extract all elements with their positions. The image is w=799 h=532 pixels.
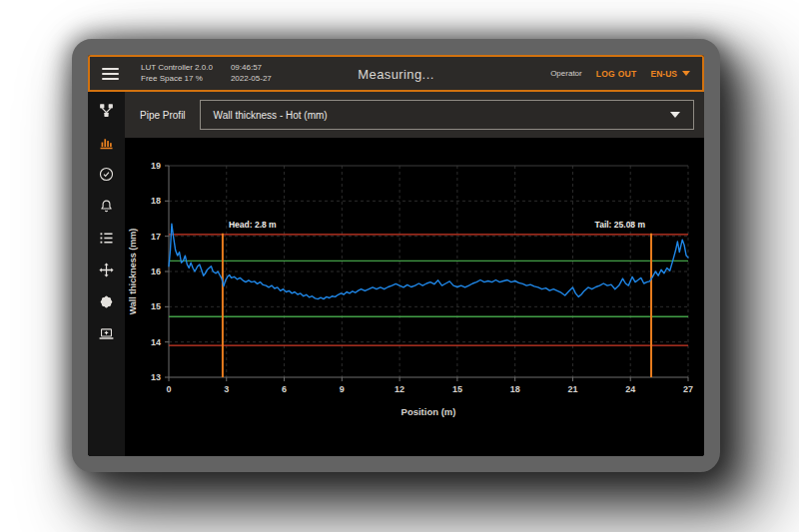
y-tick-label: 19: [151, 161, 161, 171]
chart-area: 036912151821242713141516171819Position (…: [125, 138, 704, 456]
marker-label: Head: 2.8 m: [229, 220, 277, 230]
x-tick-label: 12: [395, 384, 404, 394]
app-screen: LUT Controller 2.0.0 09:46:57 Free Space…: [88, 55, 704, 456]
x-tick-label: 9: [340, 384, 345, 394]
sidebar-item-machine[interactable]: [95, 324, 119, 343]
marker-label: Tail: 25.08 m: [595, 220, 646, 230]
y-tick-label: 13: [151, 372, 161, 382]
free-space: Free Space 17 %: [141, 75, 213, 83]
logout-button[interactable]: LOG OUT: [596, 69, 637, 79]
app-name: LUT Controller 2.0.0: [141, 64, 213, 72]
y-tick-label: 18: [151, 196, 161, 206]
top-bar: LUT Controller 2.0.0 09:46:57 Free Space…: [88, 55, 704, 92]
language-selector[interactable]: EN-US: [651, 69, 690, 79]
x-tick-label: 24: [625, 384, 635, 394]
language-value: EN-US: [651, 69, 677, 79]
sidebar-item-workflow[interactable]: [95, 101, 119, 120]
sidebar-item-move[interactable]: [95, 261, 119, 279]
move-icon: [98, 262, 115, 278]
status-title: Measuring...: [358, 66, 433, 81]
device-frame: LUT Controller 2.0.0 09:46:57 Free Space…: [72, 39, 720, 472]
hamburger-icon: [102, 68, 119, 70]
laptop-plus-icon: [98, 325, 115, 342]
y-tick-label: 16: [151, 266, 161, 276]
x-tick-label: 6: [282, 384, 287, 394]
main-content: Pipe Profil Wall thickness - Hot (mm) 03…: [125, 92, 704, 456]
x-tick-label: 27: [683, 384, 693, 394]
sidebar-item-settings[interactable]: [95, 292, 119, 311]
x-tick-label: 18: [510, 384, 520, 394]
page-background: LUT Controller 2.0.0 09:46:57 Free Space…: [0, 0, 799, 532]
x-axis-title: Position (m): [401, 406, 456, 417]
x-tick-label: 0: [166, 384, 171, 394]
y-tick-label: 17: [151, 232, 161, 242]
x-tick-label: 21: [567, 384, 577, 394]
x-tick-label: 15: [452, 384, 462, 394]
bell-icon: [98, 198, 115, 215]
app-body: Pipe Profil Wall thickness - Hot (mm) 03…: [88, 92, 704, 456]
bar-chart-icon: [98, 134, 115, 151]
top-bar-right: Operator LOG OUT EN-US: [550, 69, 690, 79]
app-info: LUT Controller 2.0.0 09:46:57 Free Space…: [141, 64, 272, 83]
workflow-icon: [98, 102, 115, 119]
y-tick-label: 15: [151, 301, 161, 311]
sidebar: [88, 92, 125, 456]
sidebar-item-log[interactable]: [95, 229, 119, 248]
wall-thickness-chart: 036912151821242713141516171819Position (…: [125, 138, 704, 456]
menu-button[interactable]: [102, 68, 119, 80]
y-tick-label: 14: [151, 337, 161, 347]
user-role-label: Operator: [550, 69, 582, 78]
gear-icon: [98, 293, 115, 310]
list-icon: [98, 230, 115, 247]
chevron-down-icon: [682, 71, 690, 76]
check-circle-icon: [98, 166, 115, 183]
sidebar-item-chart[interactable]: [95, 133, 119, 152]
date: 2022-05-27: [231, 75, 272, 83]
profile-select[interactable]: Wall thickness - Hot (mm): [200, 100, 694, 130]
pipe-profile-row: Pipe Profil Wall thickness - Hot (mm): [125, 92, 704, 138]
sidebar-item-alarms[interactable]: [95, 197, 119, 216]
sidebar-item-checks[interactable]: [95, 165, 119, 184]
y-axis-title: Wall thickness (mm): [128, 229, 138, 315]
pipe-profile-label: Pipe Profil: [140, 110, 186, 121]
clock: 09:46:57: [231, 64, 272, 72]
chevron-down-icon: [670, 112, 680, 118]
x-tick-label: 3: [224, 384, 229, 394]
profile-select-value: Wall thickness - Hot (mm): [214, 110, 328, 121]
